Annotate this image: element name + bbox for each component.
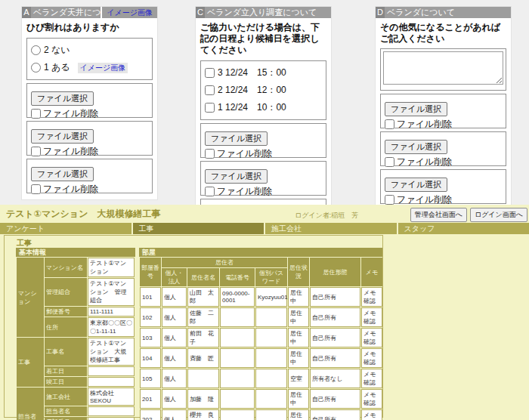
file-delete-label: ファイル削除	[397, 118, 452, 131]
memo-confirm-cell[interactable]: メモ確認	[361, 307, 382, 327]
login-screen-button[interactable]: ログイン画面へ	[470, 208, 527, 222]
panel-a-letter: A	[22, 7, 31, 18]
memo-confirm-cell[interactable]: メモ確認	[361, 389, 382, 409]
room-ownership: 自己所有	[310, 389, 360, 409]
room-type: 個人	[162, 287, 187, 307]
file-upload-box: ファイル選択 ファイル削除	[200, 161, 326, 196]
tab-construction[interactable]: 工事	[133, 223, 264, 234]
panel-c-letter: C	[196, 7, 205, 18]
file-upload-box: ファイル選択 ファイル削除	[380, 94, 506, 128]
room-row: 105個人空室所有者なしメモ確認	[140, 369, 382, 388]
management-screen-button[interactable]: 管理会社画面へ	[410, 208, 467, 222]
file-delete-checkbox[interactable]	[385, 119, 394, 129]
rooms-column: 部屋 部屋番号 居住者 居住状況 居住形態 メモ 個人・法人 居住者名 電話番号…	[139, 248, 382, 420]
image-link[interactable]: イメージ画像	[102, 7, 157, 18]
file-select-button[interactable]: ファイル選択	[205, 131, 268, 146]
date-checkbox-3[interactable]	[205, 68, 215, 78]
memo-confirm-cell[interactable]: メモ確認	[361, 328, 382, 347]
radio-row-no: 2 ない	[31, 42, 148, 59]
tab-contractor[interactable]: 施工会社	[265, 223, 397, 234]
room-status: 空室	[288, 369, 309, 388]
field-label: 工事名	[45, 338, 87, 366]
resident-phone	[220, 328, 255, 347]
file-delete-checkbox[interactable]	[385, 157, 394, 167]
room-status: 居住中	[288, 287, 309, 307]
file-delete-label: ファイル削除	[43, 145, 98, 158]
tab-staff[interactable]: スタッフ	[398, 223, 529, 234]
field-value	[88, 377, 135, 387]
file-select-button[interactable]: ファイル選択	[385, 102, 447, 116]
room-status: 居住中	[288, 307, 309, 327]
date-checkbox-1[interactable]	[205, 103, 215, 113]
room-row: 102個人佐藤 二郎居住中自己所有メモ確認	[140, 307, 382, 327]
file-delete-checkbox[interactable]	[31, 184, 41, 194]
rooms-table: 部屋番号 居住者 居住状況 居住形態 メモ 個人・法人 居住者名 電話番号 個別…	[139, 257, 383, 420]
date-label-2: 2 12/24 12：00	[218, 84, 286, 97]
group-label: 工事	[17, 338, 44, 387]
image-link[interactable]: イメージ画像	[78, 63, 128, 73]
file-upload-box: ファイル選択 ファイル削除	[200, 123, 326, 158]
room-no: 104	[140, 348, 161, 368]
memo-confirm-cell[interactable]: メモ確認	[361, 287, 382, 307]
room-ownership: 自己所有	[310, 409, 360, 420]
file-select-button[interactable]: ファイル選択	[31, 129, 94, 144]
file-delete-checkbox[interactable]	[31, 147, 41, 156]
memo-confirm-cell[interactable]: メモ確認	[361, 348, 382, 368]
radio-label-yes: 1 ある	[44, 61, 70, 74]
field-value: 株式会社SEKOU	[88, 388, 135, 406]
resident-name: 櫻井 良子	[187, 409, 219, 420]
crack-radio-group: 2 ない 1 ある イメージ画像	[26, 38, 153, 80]
field-value	[88, 406, 135, 416]
file-select-button[interactable]: ファイル選択	[205, 169, 268, 184]
question-other: その他気になることがあればご記入ください	[376, 18, 511, 47]
question-crack: ひび割れはありますか	[22, 18, 157, 36]
file-delete-label: ファイル削除	[397, 156, 452, 168]
file-delete-label: ファイル削除	[43, 183, 98, 196]
room-row: 201個人加藤 隆居住中自己所有メモ確認	[140, 389, 382, 409]
resident-password	[255, 307, 287, 327]
field-label: マンション名	[45, 258, 87, 277]
radio-crack-yes[interactable]	[31, 63, 41, 73]
resident-phone	[220, 348, 255, 368]
basic-info-title: 基本情報	[16, 248, 135, 257]
room-status: 居住中	[288, 348, 309, 368]
panel-a-header: A ベランダ天井について イメージ画像	[22, 7, 157, 18]
room-ownership: 所有者なし	[310, 369, 360, 388]
file-delete-checkbox[interactable]	[31, 109, 41, 119]
tab-questionnaire[interactable]: アンケート	[0, 223, 131, 234]
question-schedule: ご協力いただける場合は、下記の日程より候補日を選択してください	[196, 18, 331, 58]
tab-bar: アンケート 工事 施工会社 スタッフ	[0, 223, 529, 234]
file-delete-row: ファイル削除	[31, 145, 148, 158]
radio-crack-no[interactable]	[31, 45, 41, 55]
room-type: 個人	[162, 328, 187, 347]
table-row: 工事工事名テスト①マンション 大規模修繕工事	[17, 338, 135, 366]
file-select-button[interactable]: ファイル選択	[31, 167, 94, 181]
file-select-button[interactable]: ファイル選択	[31, 91, 94, 106]
file-delete-row: ファイル削除	[205, 147, 322, 160]
file-delete-label: ファイル削除	[217, 185, 272, 198]
file-delete-checkbox[interactable]	[385, 195, 394, 205]
date-row-2: 2 12/24 12：00	[205, 82, 322, 99]
room-row: 101個人山田 太郎090-0000-0001Kyozyuu01居住中自己所有メ…	[140, 287, 382, 307]
comments-box	[380, 48, 506, 91]
date-checkbox-2[interactable]	[205, 85, 215, 95]
survey-strip: A ベランダ天井について イメージ画像 ひび割れはありますか 2 ない 1 ある…	[0, 0, 529, 205]
file-delete-checkbox[interactable]	[205, 149, 215, 159]
file-upload-box: ファイル選択 ファイル削除	[26, 83, 153, 118]
resident-name: 加藤 隆	[187, 389, 219, 409]
file-select-button[interactable]: ファイル選択	[385, 140, 447, 154]
file-upload-box: ファイル選択 ファイル削除	[380, 169, 506, 204]
basic-info-table: マンションマンション名テスト①マンション 管理組合テスト①マンション 管理組合 …	[16, 257, 135, 420]
resident-phone: 090-0000-0001	[220, 287, 255, 307]
col-phone: 電話番号	[220, 268, 255, 286]
memo-confirm-cell[interactable]: メモ確認	[361, 409, 382, 420]
date-label-1: 1 12/24 10：00	[218, 101, 286, 114]
file-select-button[interactable]: ファイル選択	[385, 178, 447, 192]
room-type: 個人	[162, 369, 187, 388]
file-delete-checkbox[interactable]	[205, 187, 215, 196]
field-label: 管理組合	[45, 278, 87, 306]
field-value: テスト①マンション 大規模修繕工事	[88, 338, 135, 366]
panel-veranda-ceiling: A ベランダ天井について イメージ画像 ひび割れはありますか 2 ない 1 ある…	[21, 6, 158, 200]
memo-confirm-cell[interactable]: メモ確認	[361, 369, 382, 388]
other-comments-textarea[interactable]	[383, 51, 503, 85]
